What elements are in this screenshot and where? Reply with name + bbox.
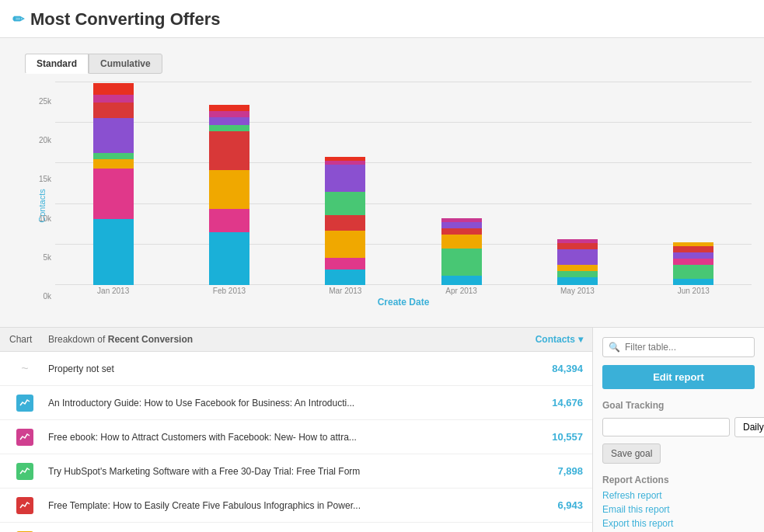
bar-label: Mar 2013	[291, 287, 399, 295]
row-name: Free ebook: How to Attract Customers wit…	[48, 432, 482, 443]
y-tick: 25k	[32, 97, 55, 106]
bar-segment	[93, 118, 134, 153]
bar-label: Jan 2013	[59, 287, 167, 295]
save-goal-button[interactable]: Save goal	[602, 443, 661, 464]
bar-segment	[93, 95, 134, 103]
y-tick: 5k	[32, 253, 55, 262]
bar-group	[291, 157, 399, 285]
report-actions: Refresh reportEmail this reportExport th…	[602, 490, 755, 529]
goal-row: Daily Weekly Monthly	[602, 417, 755, 437]
table-row: Free Guide: How to Engage Fans on Facebo…	[0, 523, 592, 532]
bar-segment	[93, 169, 134, 219]
search-icon: 🔍	[609, 342, 620, 353]
bar-segment	[673, 252, 713, 259]
row-chart-icon	[9, 463, 40, 480]
filter-input[interactable]	[602, 337, 755, 357]
row-name: Free Template: How to Easily Create Five…	[48, 500, 482, 511]
chart-area: Standard Cumulative Contacts 0k 5k 10k 1…	[0, 38, 764, 327]
sort-icon: ▾	[578, 334, 583, 345]
bar-segment	[557, 277, 598, 285]
bar-segment	[441, 222, 482, 228]
bar-segment	[93, 153, 134, 159]
y-tick: 10k	[32, 214, 55, 223]
row-contacts: 10,557	[490, 431, 583, 443]
row-contacts: 6,943	[490, 499, 583, 511]
table-row: An Introductory Guide: How to Use Facebo…	[0, 386, 592, 420]
sidebar: 🔍 Edit report Goal Tracking Daily Weekly…	[593, 328, 764, 532]
bar-segment	[557, 243, 598, 249]
tab-cumulative[interactable]: Cumulative	[89, 54, 162, 74]
bar-segment	[325, 269, 365, 285]
bar-label: Feb 2013	[175, 287, 283, 295]
bar-group	[59, 83, 167, 285]
bar-segment	[557, 271, 598, 277]
bar-segment	[441, 228, 482, 235]
bar-segment	[209, 105, 249, 111]
bar-segment	[557, 265, 598, 271]
row-contacts: 7,898	[490, 465, 583, 477]
bar-segment	[209, 117, 249, 125]
bar-segment	[209, 209, 249, 232]
bar-segment	[325, 215, 365, 231]
bar-segment	[673, 279, 713, 285]
bar-group	[407, 218, 515, 285]
report-action-refresh[interactable]: Refresh report	[602, 490, 755, 501]
bar-label: Apr 2013	[407, 287, 515, 295]
col-header-breakdown: Breakdown of Recent Conversion	[48, 334, 482, 345]
tab-standard[interactable]: Standard	[25, 54, 89, 74]
row-contacts: 84,394	[490, 363, 583, 374]
bar-segment	[209, 125, 249, 131]
bar-segment	[93, 83, 134, 95]
bar-segment	[441, 235, 482, 249]
y-tick: 15k	[32, 175, 55, 183]
row-name: Try HubSpot's Marketing Software with a …	[48, 466, 482, 477]
bar-segment	[209, 111, 249, 117]
table-row: ~Property not set84,394	[0, 352, 592, 386]
row-name: An Introductory Guide: How to Use Facebo…	[48, 398, 482, 409]
no-icon: ~	[21, 362, 28, 376]
bar-label: May 2013	[523, 287, 631, 295]
bar-segment	[93, 103, 134, 118]
edit-pencil-icon: ✏	[12, 11, 24, 28]
bar-group	[523, 239, 631, 285]
bar-segment	[209, 170, 249, 209]
row-contacts: 14,676	[490, 397, 583, 409]
goal-tracking-label: Goal Tracking	[602, 400, 755, 411]
bar-segment	[557, 249, 598, 265]
bar-segment	[93, 159, 134, 169]
chart-container: Contacts 0k 5k 10k 15k 20k 25k	[12, 74, 752, 315]
y-tick: 0k	[32, 292, 55, 301]
bar-segment	[441, 276, 482, 285]
bar-segment	[441, 249, 482, 276]
filter-wrap: 🔍	[602, 337, 755, 357]
bar-segment	[93, 219, 134, 285]
bar-segment	[325, 258, 365, 269]
bar-segment	[673, 259, 713, 265]
goal-value-input[interactable]	[602, 418, 730, 436]
table-body: ~Property not set84,394An Introductory G…	[0, 352, 592, 532]
edit-report-button[interactable]: Edit report	[602, 365, 755, 389]
bar-group	[175, 105, 283, 285]
chart-tab-group: Standard Cumulative	[25, 54, 739, 74]
bar-segment	[325, 165, 365, 192]
goal-period-select[interactable]: Daily Weekly Monthly	[734, 417, 764, 437]
page-title: Most Converting Offers	[30, 9, 220, 30]
bar-segment	[673, 265, 713, 279]
bar-group	[640, 242, 748, 285]
row-chart-icon	[9, 497, 40, 514]
x-axis-title: Create Date	[55, 297, 752, 308]
table-header: Chart Breakdown of Recent Conversion Con…	[0, 328, 592, 352]
col-header-contacts[interactable]: Contacts ▾	[490, 334, 583, 345]
table-row: Free ebook: How to Attract Customers wit…	[0, 420, 592, 454]
bar-segment	[673, 246, 713, 252]
bottom-section: Chart Breakdown of Recent Conversion Con…	[0, 327, 764, 532]
page-header: ✏ Most Converting Offers	[0, 0, 764, 38]
row-chart-icon	[9, 395, 40, 412]
table-row: Free Template: How to Easily Create Five…	[0, 489, 592, 523]
report-action-email[interactable]: Email this report	[602, 504, 755, 515]
row-chart-icon	[9, 429, 40, 446]
table-row: Try HubSpot's Marketing Software with a …	[0, 454, 592, 489]
col-header-chart: Chart	[9, 334, 40, 345]
report-action-export[interactable]: Export this report	[602, 518, 755, 529]
bar-segment	[209, 131, 249, 170]
